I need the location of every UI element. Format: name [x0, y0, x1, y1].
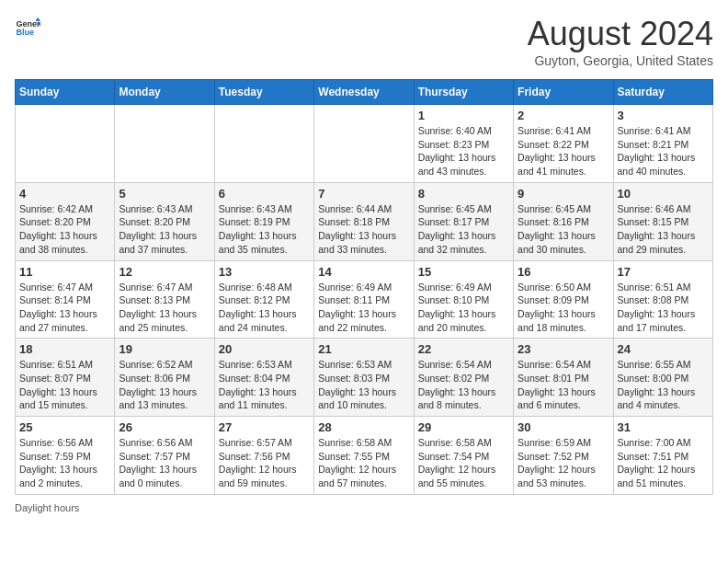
calendar-cell: 21Sunrise: 6:53 AMSunset: 8:03 PMDayligh…: [314, 339, 414, 417]
day-of-week-header: Sunday: [16, 80, 115, 105]
day-info: Sunrise: 6:47 AMSunset: 8:14 PMDaylight:…: [19, 281, 110, 335]
day-info: Sunrise: 6:51 AMSunset: 8:07 PMDaylight:…: [19, 358, 110, 412]
calendar-cell: 17Sunrise: 6:51 AMSunset: 8:08 PMDayligh…: [613, 260, 712, 339]
day-info: Sunrise: 6:41 AMSunset: 8:21 PMDaylight:…: [618, 124, 709, 178]
calendar-cell: 24Sunrise: 6:55 AMSunset: 8:00 PMDayligh…: [613, 339, 712, 417]
calendar-cell: 6Sunrise: 6:43 AMSunset: 8:19 PMDaylight…: [214, 182, 313, 260]
calendar-cell: 29Sunrise: 6:58 AMSunset: 7:54 PMDayligh…: [414, 417, 513, 495]
day-number: 11: [19, 265, 110, 279]
day-info: Sunrise: 6:51 AMSunset: 8:08 PMDaylight:…: [618, 281, 709, 335]
calendar-cell: [314, 105, 414, 183]
calendar-cell: 14Sunrise: 6:49 AMSunset: 8:11 PMDayligh…: [314, 260, 414, 339]
day-number: 22: [418, 342, 509, 356]
logo: General Blue: [15, 15, 40, 40]
day-info: Sunrise: 6:41 AMSunset: 8:22 PMDaylight:…: [518, 124, 609, 178]
day-number: 15: [418, 265, 509, 279]
day-number: 7: [318, 187, 409, 201]
day-info: Sunrise: 6:53 AMSunset: 8:04 PMDaylight:…: [219, 358, 310, 412]
day-number: 19: [119, 342, 210, 356]
calendar-cell: 22Sunrise: 6:54 AMSunset: 8:02 PMDayligh…: [414, 339, 513, 417]
svg-text:Blue: Blue: [16, 28, 34, 37]
page-header: General Blue August 2024 Guyton, Georgia…: [15, 15, 713, 68]
day-number: 31: [618, 420, 709, 434]
calendar-cell: 27Sunrise: 6:57 AMSunset: 7:56 PMDayligh…: [214, 417, 313, 495]
calendar-week-row: 1Sunrise: 6:40 AMSunset: 8:23 PMDaylight…: [16, 105, 713, 183]
day-number: 29: [418, 420, 509, 434]
calendar-cell: [16, 105, 115, 183]
day-number: 12: [119, 265, 210, 279]
day-number: 5: [119, 187, 210, 201]
day-info: Sunrise: 6:47 AMSunset: 8:13 PMDaylight:…: [119, 281, 210, 335]
day-info: Sunrise: 6:46 AMSunset: 8:15 PMDaylight:…: [618, 202, 709, 257]
calendar-cell: 18Sunrise: 6:51 AMSunset: 8:07 PMDayligh…: [16, 339, 115, 417]
day-info: Sunrise: 6:48 AMSunset: 8:12 PMDaylight:…: [219, 281, 310, 335]
day-info: Sunrise: 6:56 AMSunset: 7:57 PMDaylight:…: [119, 436, 210, 490]
footer: Daylight hours: [15, 502, 713, 513]
calendar-week-row: 4Sunrise: 6:42 AMSunset: 8:20 PMDaylight…: [16, 182, 713, 260]
day-number: 8: [418, 187, 509, 201]
day-number: 23: [518, 342, 609, 356]
day-info: Sunrise: 6:54 AMSunset: 8:01 PMDaylight:…: [518, 358, 609, 412]
calendar-cell: [115, 105, 214, 183]
day-number: 14: [318, 265, 409, 279]
day-info: Sunrise: 6:44 AMSunset: 8:18 PMDaylight:…: [318, 202, 409, 257]
day-number: 17: [618, 265, 709, 279]
calendar-cell: 8Sunrise: 6:45 AMSunset: 8:17 PMDaylight…: [414, 182, 513, 260]
calendar-table: SundayMondayTuesdayWednesdayThursdayFrid…: [15, 79, 713, 495]
day-info: Sunrise: 6:50 AMSunset: 8:09 PMDaylight:…: [518, 281, 609, 335]
day-of-week-header: Saturday: [613, 80, 712, 105]
day-info: Sunrise: 6:43 AMSunset: 8:19 PMDaylight:…: [219, 202, 310, 257]
day-info: Sunrise: 6:45 AMSunset: 8:17 PMDaylight:…: [418, 202, 509, 257]
day-of-week-header: Wednesday: [314, 80, 414, 105]
calendar-cell: 16Sunrise: 6:50 AMSunset: 8:09 PMDayligh…: [514, 260, 613, 339]
day-info: Sunrise: 6:53 AMSunset: 8:03 PMDaylight:…: [318, 358, 409, 412]
logo-icon: General Blue: [15, 15, 40, 40]
day-info: Sunrise: 6:58 AMSunset: 7:55 PMDaylight:…: [318, 436, 409, 490]
day-number: 4: [19, 187, 110, 201]
day-number: 10: [618, 187, 709, 201]
calendar-cell: 10Sunrise: 6:46 AMSunset: 8:15 PMDayligh…: [613, 182, 712, 260]
day-number: 2: [518, 109, 609, 122]
day-number: 26: [119, 420, 210, 434]
day-of-week-header: Tuesday: [214, 80, 313, 105]
calendar-cell: 31Sunrise: 7:00 AMSunset: 7:51 PMDayligh…: [613, 417, 712, 495]
calendar-cell: 2Sunrise: 6:41 AMSunset: 8:22 PMDaylight…: [514, 105, 613, 183]
day-number: 30: [518, 420, 609, 434]
day-info: Sunrise: 6:49 AMSunset: 8:11 PMDaylight:…: [318, 281, 409, 335]
location-subtitle: Guyton, Georgia, United States: [528, 53, 713, 68]
day-info: Sunrise: 6:42 AMSunset: 8:20 PMDaylight:…: [19, 202, 110, 257]
calendar-cell: 23Sunrise: 6:54 AMSunset: 8:01 PMDayligh…: [514, 339, 613, 417]
day-info: Sunrise: 6:45 AMSunset: 8:16 PMDaylight:…: [518, 202, 609, 257]
calendar-cell: 26Sunrise: 6:56 AMSunset: 7:57 PMDayligh…: [115, 417, 214, 495]
title-block: August 2024 Guyton, Georgia, United Stat…: [528, 15, 713, 68]
day-info: Sunrise: 6:54 AMSunset: 8:02 PMDaylight:…: [418, 358, 509, 412]
calendar-cell: 20Sunrise: 6:53 AMSunset: 8:04 PMDayligh…: [214, 339, 313, 417]
day-of-week-header: Monday: [115, 80, 214, 105]
calendar-cell: 4Sunrise: 6:42 AMSunset: 8:20 PMDaylight…: [16, 182, 115, 260]
calendar-cell: 5Sunrise: 6:43 AMSunset: 8:20 PMDaylight…: [115, 182, 214, 260]
day-of-week-header: Friday: [514, 80, 613, 105]
calendar-header-row: SundayMondayTuesdayWednesdayThursdayFrid…: [16, 80, 713, 105]
day-number: 27: [219, 420, 310, 434]
day-number: 28: [318, 420, 409, 434]
month-title: August 2024: [528, 15, 713, 53]
day-info: Sunrise: 6:58 AMSunset: 7:54 PMDaylight:…: [418, 436, 509, 490]
day-number: 25: [19, 420, 110, 434]
daylight-label: Daylight hours: [15, 502, 79, 513]
day-number: 18: [19, 342, 110, 356]
calendar-cell: 7Sunrise: 6:44 AMSunset: 8:18 PMDaylight…: [314, 182, 414, 260]
day-of-week-header: Thursday: [414, 80, 513, 105]
calendar-cell: 25Sunrise: 6:56 AMSunset: 7:59 PMDayligh…: [16, 417, 115, 495]
day-info: Sunrise: 7:00 AMSunset: 7:51 PMDaylight:…: [618, 436, 709, 490]
calendar-cell: 30Sunrise: 6:59 AMSunset: 7:52 PMDayligh…: [514, 417, 613, 495]
calendar-week-row: 25Sunrise: 6:56 AMSunset: 7:59 PMDayligh…: [16, 417, 713, 495]
day-number: 21: [318, 342, 409, 356]
calendar-cell: 3Sunrise: 6:41 AMSunset: 8:21 PMDaylight…: [613, 105, 712, 183]
calendar-cell: 12Sunrise: 6:47 AMSunset: 8:13 PMDayligh…: [115, 260, 214, 339]
day-info: Sunrise: 6:57 AMSunset: 7:56 PMDaylight:…: [219, 436, 310, 490]
day-info: Sunrise: 6:55 AMSunset: 8:00 PMDaylight:…: [618, 358, 709, 412]
day-info: Sunrise: 6:40 AMSunset: 8:23 PMDaylight:…: [418, 124, 509, 178]
day-number: 6: [219, 187, 310, 201]
day-number: 9: [518, 187, 609, 201]
calendar-cell: 28Sunrise: 6:58 AMSunset: 7:55 PMDayligh…: [314, 417, 414, 495]
